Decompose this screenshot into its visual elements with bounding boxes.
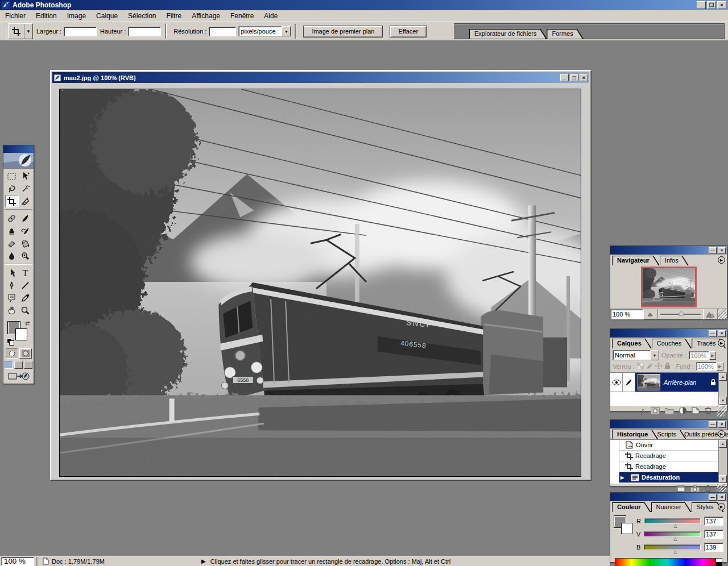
channel-b-value[interactable] [704, 543, 723, 552]
layers-menu-button[interactable]: ▶ [718, 339, 725, 347]
status-expand-arrow[interactable]: ▶ [201, 558, 206, 564]
menu-selection[interactable]: Sélection [123, 11, 161, 21]
navigator-resize-grip[interactable] [718, 309, 727, 319]
layer-mask-icon[interactable] [651, 407, 660, 415]
doc-size-icon[interactable] [43, 557, 49, 565]
marquee-tool[interactable] [5, 170, 19, 182]
app-minimize-button[interactable]: _ [697, 1, 706, 9]
adjustment-layer-icon[interactable] [679, 407, 686, 415]
well-tab-file-browser[interactable]: Explorateur de fichiers [469, 29, 547, 39]
path-selection-tool[interactable] [5, 267, 19, 279]
layers-close-button[interactable]: × [718, 330, 726, 337]
line-tool[interactable] [19, 279, 32, 292]
tool-preset-dropdown-arrow[interactable]: ▼ [24, 24, 32, 39]
history-scroll-up[interactable]: ▲ [719, 440, 727, 448]
resolution-input[interactable] [209, 27, 236, 36]
layer-visibility-cell[interactable] [610, 373, 623, 392]
tab-infos[interactable]: Infos [660, 256, 689, 265]
layers-titlebar[interactable]: — × [610, 329, 727, 338]
standard-screen-mode-button[interactable] [5, 361, 13, 369]
clone-stamp-tool[interactable] [5, 224, 19, 237]
menu-filtre[interactable]: Filtre [161, 11, 187, 21]
photo-train-image[interactable] [59, 89, 581, 477]
magic-wand-tool[interactable] [19, 182, 32, 195]
jump-to-imageready-icon[interactable] [8, 371, 30, 382]
layers-resize-grip[interactable] [717, 406, 726, 417]
blend-mode-select[interactable]: Normal ▼ [613, 350, 659, 360]
well-tab-brushes[interactable]: Formes [547, 29, 583, 39]
tab-nuancier[interactable]: Nuancier [651, 502, 692, 512]
app-close-button[interactable]: × [717, 1, 726, 9]
crop-tool[interactable] [5, 195, 19, 207]
layers-scroll-up[interactable]: ▲ [719, 373, 727, 381]
layer-edit-cell[interactable] [623, 373, 635, 392]
navigator-close-button[interactable]: × [718, 247, 726, 254]
document-titlebar[interactable]: mau2.jpg @ 100% (RVB) _ □ × [52, 72, 589, 83]
history-menu-button[interactable]: ▶ [718, 430, 725, 438]
navigator-zoom-field[interactable] [610, 309, 643, 319]
healing-brush-tool[interactable] [5, 212, 19, 224]
navigator-proxy-view[interactable] [641, 267, 697, 307]
background-color-swatch[interactable] [15, 328, 27, 340]
history-source-checkbox[interactable] [610, 451, 619, 461]
clear-button[interactable]: Effacer [390, 26, 427, 38]
hauteur-input[interactable] [128, 27, 161, 36]
document-canvas[interactable] [52, 83, 589, 479]
pen-tool[interactable] [5, 279, 19, 292]
menu-affichage[interactable]: Affichage [187, 11, 225, 21]
eraser-tool[interactable] [5, 237, 19, 249]
fullscreen-mode-button[interactable] [24, 361, 32, 369]
photoshop-feather-logo[interactable] [3, 153, 34, 169]
dodge-tool[interactable] [19, 249, 32, 262]
standard-mode-button[interactable] [6, 348, 18, 359]
paint-bucket-tool[interactable] [19, 237, 32, 249]
doc-maximize-button[interactable]: □ [570, 74, 578, 81]
color-spectrum-ramp[interactable] [615, 558, 722, 566]
slice-tool[interactable] [19, 195, 32, 207]
navigator-menu-button[interactable]: ▶ [718, 256, 725, 264]
app-restore-button[interactable]: ❐ [707, 1, 716, 9]
menu-calque[interactable]: Calque [91, 11, 123, 21]
new-group-icon[interactable] [665, 407, 674, 415]
doc-minimize-button[interactable]: _ [560, 74, 569, 81]
tab-couches[interactable]: Couches [652, 339, 692, 348]
layer-style-icon[interactable]: ƒ [639, 407, 646, 416]
lock-all-icon[interactable] [664, 363, 671, 371]
history-titlebar[interactable]: — × [610, 420, 727, 428]
history-scrollbar[interactable]: ▲ ▼ [718, 440, 727, 483]
blur-tool[interactable] [5, 249, 19, 262]
menu-edition[interactable]: Edition [31, 11, 62, 21]
swap-colors-icon[interactable]: ⇄ [25, 320, 30, 326]
toolbox-titlebar[interactable] [3, 145, 34, 153]
tab-calques[interactable]: Calques [612, 339, 652, 348]
color-titlebar[interactable]: — × [610, 493, 727, 501]
fullscreen-menubar-mode-button[interactable] [14, 361, 23, 369]
opacity-value-box[interactable]: 100%▶ [689, 351, 716, 360]
layers-minimize-button[interactable]: — [709, 330, 717, 337]
layer-thumbnail[interactable] [638, 374, 660, 390]
channel-r-slider[interactable]: △ [644, 518, 701, 524]
color-menu-button[interactable]: ▶ [718, 503, 725, 510]
color-close-button[interactable]: × [718, 494, 726, 501]
new-layer-icon[interactable] [692, 407, 700, 415]
eyedropper-tool[interactable] [19, 292, 32, 304]
history-step-recadrage-1[interactable]: Recadrage [610, 451, 718, 461]
history-step-recadrage-2[interactable]: Recadrage [610, 461, 718, 472]
fill-value-box[interactable]: 100%▶ [696, 362, 723, 371]
layer-name[interactable]: Arrière-plan [664, 379, 707, 386]
layers-scrollbar[interactable]: ▲ ▼ [718, 373, 727, 405]
lock-transparency-icon[interactable] [637, 363, 644, 371]
layers-scroll-down[interactable]: ▼ [719, 397, 727, 405]
history-source-checkbox[interactable] [610, 461, 619, 472]
navigator-minimize-button[interactable]: — [709, 247, 717, 254]
history-scroll-down[interactable]: ▼ [719, 475, 727, 483]
history-source-checkbox[interactable] [610, 440, 619, 451]
brush-tool[interactable] [19, 212, 32, 224]
history-step-ouvrir[interactable]: Ouvrir [610, 440, 718, 451]
navigator-zoom-in-button[interactable] [703, 309, 718, 319]
navigator-slider-thumb[interactable] [679, 311, 684, 315]
history-brush-tool[interactable] [19, 224, 32, 237]
history-minimize-button[interactable]: — [709, 421, 717, 428]
navigator-titlebar[interactable]: — × [610, 246, 727, 255]
resolution-unit-arrow[interactable]: ▼ [282, 26, 291, 36]
